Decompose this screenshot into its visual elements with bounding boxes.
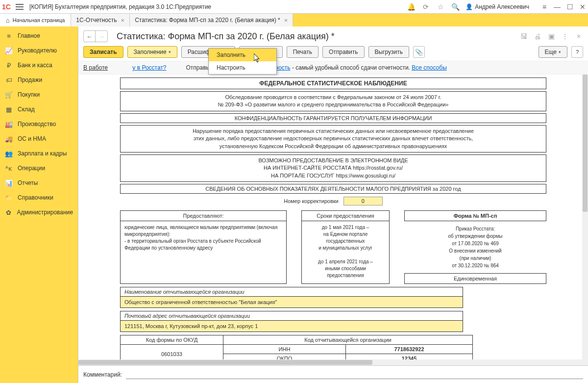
vertical-scrollbar[interactable] [582,75,588,365]
comment-input[interactable] [126,370,583,379]
chevron-down-icon: ▾ [559,50,561,54]
document-scroll[interactable]: ФЕДЕРАЛЬНОЕ СТАТИСТИЧЕСКОЕ НАБЛЮДЕНИЕ Об… [78,75,588,365]
maximize-button[interactable]: ☐ [566,3,573,10]
bell-icon[interactable]: 🔔 [407,2,416,11]
form-number: Форма № МП-сп [404,210,546,221]
col-terms-body: до 1 мая 2021 года – на Едином портале г… [302,221,389,282]
nav-forward-button[interactable]: → [96,31,107,42]
inn-value: 7718632922 [346,345,473,354]
tab-reporting[interactable]: 1С-Отчетность × [71,14,130,26]
all-methods-link[interactable]: Все способы [412,64,447,71]
more-button[interactable]: Еще▾ [539,46,567,58]
fill-button[interactable]: Заполнение▾ [127,46,177,58]
ruble-icon: ₽ [5,61,13,69]
calc-icon[interactable]: ▣ [547,32,556,41]
save-icon[interactable]: 🖫 [519,32,528,41]
titlebar: 1C [КОПИЯ] Бухгалтерия предприятия, реда… [0,0,588,14]
org-name-value[interactable]: Общество с ограниченной ответственностью… [120,297,463,308]
content-area: ← → Статистика: Форма МП-сп за 2020 г. (… [78,26,588,383]
comment-label: Комментарий: [83,371,122,378]
search-icon[interactable]: 🔍 [451,2,460,11]
send-button[interactable]: Отправить [322,46,365,58]
fill-dropdown: Заполнить Настроить [208,48,277,75]
folder-icon: 📁 [5,194,13,202]
write-button[interactable]: Записать [83,46,123,58]
help-button[interactable]: ? [571,46,583,58]
inn-header: ИНН [223,345,346,354]
hamburger-icon[interactable] [16,4,24,10]
doc-electronic: ВОЗМОЖНО ПРЕДОСТАВЛЕНИЕ В ЭЛЕКТРОННОМ ВИ… [120,154,546,182]
doc-confidentiality: КОНФИДЕНЦИАЛЬНОСТЬ ГАРАНТИРУЕТСЯ ПОЛУЧАТ… [120,113,546,123]
sidebar-item-sales[interactable]: 🏷Продажи [0,73,78,87]
close-page-icon[interactable]: × [574,32,583,41]
ops-icon: ᴬᴋ [5,164,13,172]
sidebar-item-purchases[interactable]: 🛒Покупки [0,87,78,102]
horizontal-scrollbar[interactable] [78,359,582,365]
dropdown-item-setup[interactable]: Настроить [209,61,276,74]
col-terms-header: Сроки предоставления [302,211,389,221]
tab-strip: ⌂ Начальная страница 1С-Отчетность × Ста… [0,14,588,26]
sidebar-item-manager[interactable]: 📈Руководителю [0,43,78,58]
doc-subtitle: Обследование проводится в соответствии с… [120,91,546,111]
tab-home-label: Начальная страница [13,17,65,23]
sidebar-item-assets[interactable]: 🚚ОС и НМА [0,131,78,146]
sidebar-item-main[interactable]: ≡Главное [0,28,78,43]
okud-header: Код формы по ОКУД [121,335,223,345]
work-status-link[interactable]: В работе [83,64,108,71]
tab-home[interactable]: ⌂ Начальная страница [0,14,71,26]
sidebar-item-operations[interactable]: ᴬᴋОперации [0,161,78,176]
nav-arrows: ← → [83,30,108,42]
print-icon[interactable]: 🖨 [533,32,542,41]
home-icon: ⌂ [6,17,10,24]
sidebar-item-warehouse[interactable]: ▦Склад [0,102,78,117]
gear-icon: ✿ [5,208,12,216]
window-title: [КОПИЯ] Бухгалтерия предприятия, редакци… [29,3,407,10]
menu-icon: ≡ [5,32,13,40]
chart-icon: 📈 [5,47,13,54]
tab-statistics[interactable]: Статистика: Форма МП-сп за 2020 г. (Бела… [130,14,293,26]
factory-icon: 🏭 [5,120,13,128]
sidebar-item-admin[interactable]: ✿Администрирование [0,205,78,220]
nav-back-button[interactable]: ← [84,31,96,42]
user-menu[interactable]: 👤 Андрей Алексеевич [466,3,529,10]
page-title: Статистика: Форма МП-сп за 2020 г. (Бела… [117,31,515,42]
sidebar: ≡Главное 📈Руководителю ₽Банк и касса 🏷Пр… [0,26,78,383]
doc-main-title: ФЕДЕРАЛЬНОЕ СТАТИСТИЧЕСКОЕ НАБЛЮДЕНИЕ [120,77,546,89]
sidebar-item-reports[interactable]: 📊Отчеты [0,176,78,190]
dropdown-item-fill[interactable]: Заполнить [209,49,276,61]
col-provide-body: юридические лица, являющиеся малыми пред… [121,221,286,278]
sidebar-item-bank[interactable]: ₽Банк и касса [0,58,78,73]
sidebar-item-payroll[interactable]: 👥Зарплата и кадры [0,146,78,161]
app-logo: 1C [2,3,11,11]
export-button[interactable]: Выгрузить [368,46,410,58]
sidebar-item-refs[interactable]: 📁Справочники [0,190,78,205]
col-provide-header: Предоставляют: [121,211,286,221]
rosstat-link-partial[interactable]: у в Росстат? [132,64,166,71]
correction-label: Номер корректировки [284,198,338,204]
code-org-header: Код отчитывающейся организации [223,335,473,345]
footer: Комментарий: [78,365,588,383]
window-bars-icon[interactable]: ≡ [541,3,548,10]
order-info: Приказ Росстата: об утверждении формы от… [404,221,546,273]
tab-label: 1С-Отчетность [76,17,117,24]
history-icon[interactable]: ⟳ [421,2,430,11]
correction-input[interactable]: 0 [343,197,383,205]
close-icon[interactable]: × [121,17,125,24]
chevron-down-icon: ▾ [169,50,171,54]
report-icon: 📊 [5,179,13,187]
truck-icon: 🚚 [5,135,13,143]
people-icon: 👥 [5,150,13,157]
org-address-value[interactable]: 121151, Москва г, Кутузовский пр-кт, дом… [120,321,463,332]
close-button[interactable]: ✕ [579,3,586,10]
sidebar-item-production[interactable]: 🏭Производство [0,117,78,131]
attach-button[interactable]: 📎 [413,46,425,58]
cart-icon: 🛒 [5,91,13,99]
status-bar: В работе К у в Росстат? Отправьте отчет … [78,61,588,75]
doc-svedenia: СВЕДЕНИЯ ОБ ОСНОВНЫХ ПОКАЗАТЕЛЯХ ДЕЯТЕЛЬ… [120,184,546,194]
star-icon[interactable]: ☆ [436,2,445,11]
close-icon[interactable]: × [284,17,288,24]
print-button[interactable]: Печать [287,46,318,58]
org-name-label: Наименование отчитывающейся организации [120,287,463,297]
dots-icon[interactable]: ⋮ [561,32,569,41]
minimize-button[interactable]: — [554,3,561,10]
